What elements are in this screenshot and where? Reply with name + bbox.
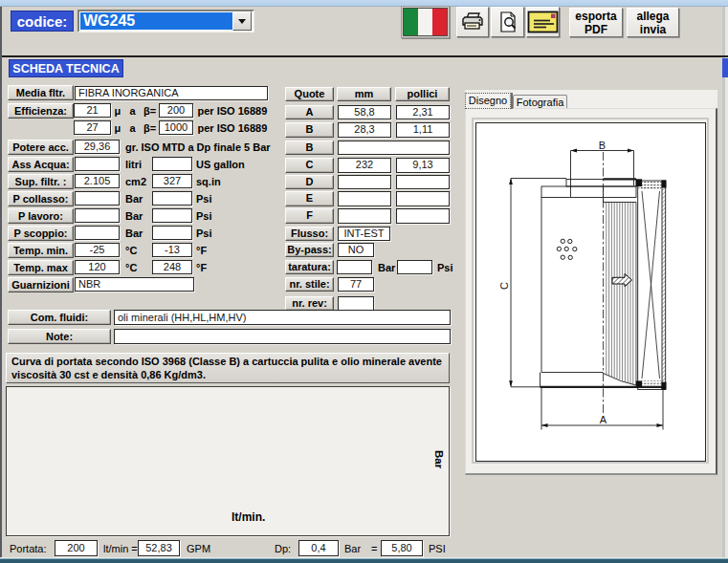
svg-text:C: C bbox=[497, 281, 509, 289]
svg-text:A: A bbox=[599, 413, 607, 424]
svg-text:B: B bbox=[598, 139, 605, 150]
